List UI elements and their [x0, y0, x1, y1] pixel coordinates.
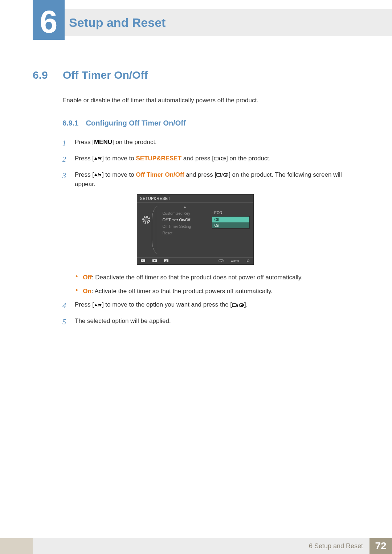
scroll-up-icon: ▲	[163, 205, 208, 209]
svg-marker-7	[94, 173, 97, 176]
step-4: 4 Press [/] to move to the option you wa…	[62, 300, 358, 311]
text: Press [	[75, 301, 94, 308]
bullet-text: Off: Deactivate the off timer so that th…	[83, 273, 303, 282]
osd-action-icons: AUTO	[219, 259, 249, 263]
svg-text:/: /	[98, 303, 99, 307]
step-1: 1 Press [MENU] on the product.	[62, 138, 358, 149]
source-enter-icon: /	[216, 172, 229, 177]
up-down-icon: /	[94, 303, 102, 307]
svg-marker-2	[99, 157, 102, 160]
svg-marker-0	[94, 157, 97, 160]
text: : Deactivate the off timer so that the p…	[92, 274, 303, 281]
step-text: Press [/] to move to Off Timer On/Off an…	[75, 170, 358, 189]
menu-keyword: MENU	[94, 139, 112, 145]
up-down-icon: /	[94, 173, 102, 177]
text: ] on the product.	[112, 139, 157, 145]
step-text: Press [MENU] on the product.	[75, 138, 358, 149]
gear-icon	[142, 216, 150, 224]
svg-text:/: /	[221, 173, 223, 177]
section-intro: Enable or disable the off timer that aut…	[62, 96, 358, 105]
osd-sidebar	[137, 203, 156, 257]
off-timer-keyword: Off Timer On/Off	[136, 171, 184, 178]
bullet-icon: •	[75, 287, 78, 296]
bullet-icon: •	[75, 273, 78, 282]
text: Press [	[75, 139, 94, 145]
osd-title: SETUP&RESET	[137, 194, 253, 203]
osd-screenshot: SETUP&RESET ▲ Customized Key Off Timer O…	[137, 194, 254, 265]
osd-bottom-bar: AUTO	[137, 257, 253, 264]
text: ].	[244, 301, 248, 308]
page-footer: 6 Setup and Reset 72	[0, 538, 392, 554]
step-number: 3	[62, 170, 68, 189]
source-enter-icon: /	[214, 156, 226, 161]
section-heading: 6.9 Off Timer On/Off	[33, 69, 358, 81]
step-3: 3 Press [/] to move to Off Timer On/Off …	[62, 170, 358, 189]
osd-value-eco: :ECO	[212, 211, 250, 215]
svg-rect-26	[232, 304, 236, 307]
bullet-off: • Off: Deactivate the off timer so that …	[75, 273, 358, 282]
text: ] to move to	[102, 155, 136, 162]
osd-menu: ▲ Customized Key Off Timer On/Off Off Ti…	[156, 203, 211, 257]
osd-dropdown: Off On	[212, 216, 250, 229]
chapter-number-badge: 6	[33, 0, 65, 40]
svg-text:/: /	[98, 156, 99, 161]
osd-body: ▲ Customized Key Off Timer On/Off Off Ti…	[137, 203, 253, 257]
page-content: 6.9 Off Timer On/Off Enable or disable t…	[33, 69, 358, 333]
svg-marker-29	[241, 305, 242, 306]
footer-label: 6 Setup and Reset	[309, 542, 363, 550]
text: and press [	[181, 155, 214, 162]
up-down-icon: /	[94, 156, 102, 161]
bullet-text: On: Activate the off timer so that the p…	[83, 287, 273, 296]
svg-marker-6	[223, 159, 224, 160]
text: ] to move to the option you want and pre…	[102, 301, 232, 308]
svg-rect-12	[224, 173, 228, 176]
up-icon	[164, 259, 168, 263]
power-icon	[246, 259, 250, 263]
step-text: Press [/] to move to the option you want…	[75, 300, 358, 311]
text: Press [	[75, 171, 94, 178]
subsection-number: 6.9.1	[62, 119, 78, 127]
footer-bar: 6 Setup and Reset 72	[33, 538, 392, 554]
osd-option-on: On	[212, 222, 249, 228]
svg-rect-3	[214, 157, 218, 160]
step-number: 5	[62, 316, 68, 328]
text: : Activate the off timer so that the pro…	[91, 288, 273, 295]
subsection-title: Configuring Off Timer On/Off	[86, 119, 185, 127]
svg-text:/: /	[98, 173, 99, 177]
svg-text:/: /	[219, 156, 220, 161]
step-text: Press [/] to move to SETUP&RESET and pre…	[75, 154, 358, 165]
text: Press [	[75, 155, 94, 162]
step-text: The selected option will be applied.	[75, 316, 358, 328]
subsection-heading: 6.9.1 Configuring Off Timer On/Off	[62, 119, 358, 127]
source-enter-icon: /	[232, 303, 244, 308]
svg-text:/: /	[237, 303, 238, 308]
page-number: 72	[369, 538, 392, 554]
osd-option-off: Off	[212, 217, 249, 222]
auto-label: AUTO	[231, 259, 239, 263]
svg-rect-20	[219, 260, 223, 262]
chapter-header: Setup and Reset	[33, 9, 392, 36]
step-2: 2 Press [/] to move to SETUP&RESET and p…	[62, 154, 358, 165]
svg-rect-10	[217, 173, 221, 176]
osd-item-off-timer-setting: Off Timer Setting	[163, 223, 208, 230]
down-icon	[152, 259, 157, 263]
text: ] to move to	[102, 171, 136, 178]
osd-values: :ECO Off On	[211, 203, 253, 257]
svg-marker-23	[94, 304, 97, 306]
step-number: 4	[62, 300, 68, 311]
on-keyword: On	[83, 288, 91, 295]
back-icon	[141, 259, 145, 263]
svg-rect-28	[239, 304, 244, 307]
osd-item-reset: Reset	[163, 230, 208, 236]
section-number: 6.9	[33, 69, 53, 81]
off-keyword: Off	[83, 274, 92, 281]
footer-gutter	[0, 538, 33, 554]
svg-marker-25	[99, 304, 102, 307]
svg-rect-5	[221, 157, 225, 160]
chapter-title: Setup and Reset	[69, 16, 166, 30]
section-title: Off Timer On/Off	[63, 69, 148, 81]
bullet-on: • On: Activate the off timer so that the…	[75, 287, 358, 296]
osd-item-off-timer-onoff: Off Timer On/Off	[163, 217, 208, 223]
text: ] on the product.	[226, 155, 271, 162]
svg-marker-13	[225, 175, 226, 176]
